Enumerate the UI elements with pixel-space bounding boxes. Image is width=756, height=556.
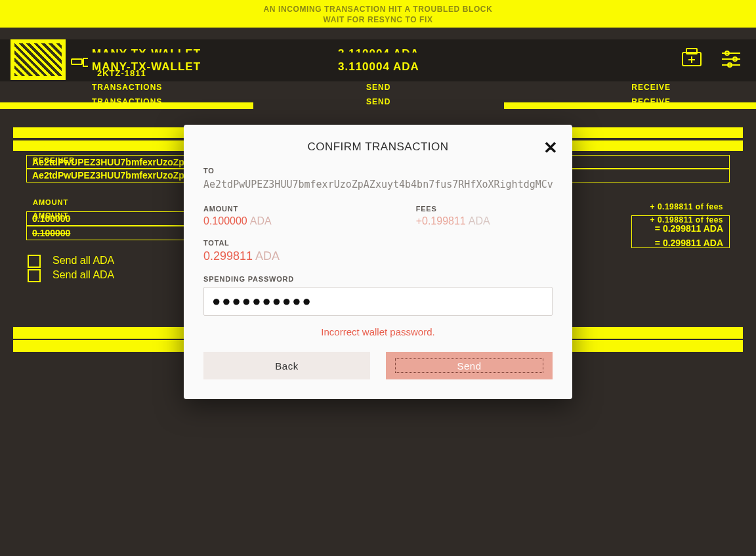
amount-label: AMOUNT	[203, 205, 272, 213]
send-button[interactable]: Send	[386, 352, 553, 379]
to-label: TO	[203, 167, 553, 175]
to-address: Ae2tdPwUPEZ3HUU7bmfexrUzoZpAZxuyt4b4bn7f…	[203, 179, 553, 190]
total-label: TOTAL	[203, 239, 553, 247]
amount-value: 0.100000ADA	[203, 215, 272, 227]
close-icon[interactable]: ✕	[543, 138, 558, 158]
fees-value: +0.199811ADA	[416, 215, 490, 227]
modal-overlay: CONFIRM TRANSACTION ✕ TO Ae2tdPwUPEZ3HUU…	[0, 0, 756, 556]
total-value: 0.299811ADA	[203, 249, 553, 263]
fees-label: FEES	[416, 205, 490, 213]
spending-password-label: SPENDING PASSWORD	[203, 275, 553, 283]
confirm-transaction-dialog: CONFIRM TRANSACTION ✕ TO Ae2tdPwUPEZ3HUU…	[184, 125, 572, 399]
password-error: Incorrect wallet password.	[203, 326, 553, 337]
dialog-title: CONFIRM TRANSACTION	[203, 140, 553, 154]
spending-password-input[interactable]	[203, 287, 553, 316]
back-button[interactable]: Back	[203, 352, 370, 379]
